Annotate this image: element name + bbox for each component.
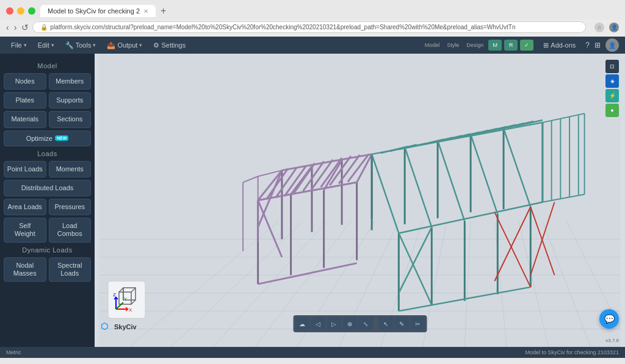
url-text: platform.skyciv.com/structural?preload_n… xyxy=(50,24,515,30)
distributed-loads-button[interactable]: Distributed Loads xyxy=(4,180,91,196)
load-combos-button[interactable]: LoadCombos xyxy=(49,218,92,242)
back-button[interactable]: ‹ xyxy=(6,23,9,32)
skyciv-text: SkyCiv xyxy=(114,323,137,330)
style-label: Style xyxy=(447,42,459,48)
optimize-row: Optimize NEW xyxy=(4,130,91,146)
viewport-pan-btn[interactable]: ◁ xyxy=(311,317,325,330)
address-bar: ‹ › ↺ 🔒 platform.skyciv.com/structural?p… xyxy=(0,20,625,37)
output-menu[interactable]: 📤 Output ▾ xyxy=(102,40,147,51)
viewport-toolbar: ☁ ◁ ▷ ⊕ ⤡ ↖ ✎ ✂ xyxy=(293,315,427,332)
status-right: Model to SkyCiv for checking 2103321 xyxy=(525,349,619,355)
close-button[interactable] xyxy=(6,7,13,15)
file-menu[interactable]: File ▾ xyxy=(6,40,32,50)
loads-section-title: Loads xyxy=(4,150,91,157)
bookmark-icon[interactable]: ☆ xyxy=(594,23,604,32)
viewport-zoom-btn[interactable]: ⊕ xyxy=(342,317,357,330)
model-view-btn[interactable]: M xyxy=(488,40,502,51)
lock-icon: 🔒 xyxy=(40,24,48,30)
tools-label: Tools xyxy=(76,41,92,49)
new-badge: NEW xyxy=(55,135,68,141)
materials-button[interactable]: Materials xyxy=(4,111,46,127)
app: File ▾ Edit ▾ 🔧 Tools ▾ 📤 Output ▾ ⚙ Set… xyxy=(0,37,625,358)
tab-title: Model to SkyCiv for checking 2 xyxy=(48,7,140,15)
viewport-edit-btn[interactable]: ✎ xyxy=(394,317,409,330)
view-labels: Model Style Design xyxy=(425,42,484,48)
viewport-rotate-btn[interactable]: ▷ xyxy=(327,317,341,330)
sections-button[interactable]: Sections xyxy=(49,111,92,127)
status-bar: Metric Model to SkyCiv for checking 2103… xyxy=(0,347,625,358)
mini-tools-panel: ⊡ ◈ ⚡ ● xyxy=(605,60,619,117)
optimize-label: Optimize xyxy=(26,135,52,142)
tools-icon: 🔧 xyxy=(65,41,74,49)
sidebar: Model Nodes Members Plates Supports Mate… xyxy=(0,54,95,347)
main-content: Model Nodes Members Plates Supports Mate… xyxy=(0,54,625,347)
tab-bar: Model to SkyCiv for checking 2 ✕ + xyxy=(40,5,619,17)
skyciv-icon: ⬡ xyxy=(101,321,112,332)
nodes-button[interactable]: Nodes xyxy=(4,73,46,90)
file-label: File xyxy=(11,41,22,49)
mini-tool-2[interactable]: ◈ xyxy=(605,74,619,88)
skyciv-logo: ⬡ SkyCiv xyxy=(101,321,137,332)
minimize-button[interactable] xyxy=(17,7,24,15)
refresh-button[interactable]: ↺ xyxy=(21,23,29,32)
pressures-button[interactable]: Pressures xyxy=(49,199,92,215)
supports-button[interactable]: Supports xyxy=(49,92,92,109)
viewport-fit-btn[interactable]: ⤡ xyxy=(358,317,373,330)
version-tag: v3.7.6 xyxy=(605,338,619,343)
addons-label: Add-ons xyxy=(551,41,576,49)
new-tab-button[interactable]: + xyxy=(158,5,168,16)
addons-menu[interactable]: ⊞ Add-ons xyxy=(538,40,580,51)
mini-tool-4[interactable]: ● xyxy=(605,104,619,117)
nodal-masses-button[interactable]: NodalMasses xyxy=(4,257,46,282)
forward-button[interactable]: › xyxy=(14,23,17,32)
dynamic-loads-section-title: Dynamic Loads xyxy=(4,246,91,254)
viewport-cut-btn[interactable]: ✂ xyxy=(410,317,425,330)
profile-icon[interactable]: 👤 xyxy=(609,23,619,32)
chat-bubble[interactable]: 💬 xyxy=(599,309,619,329)
render-view-btn[interactable]: R xyxy=(504,40,518,51)
settings-icon: ⚙ xyxy=(153,41,159,49)
members-button[interactable]: Members xyxy=(49,73,92,90)
tools-menu[interactable]: 🔧 Tools ▾ xyxy=(60,40,101,51)
model-label: Model xyxy=(425,42,440,48)
viewport-svg xyxy=(95,54,625,347)
edit-menu[interactable]: Edit ▾ xyxy=(33,40,59,50)
mini-tool-1[interactable]: ⊡ xyxy=(605,60,619,73)
file-dropdown-icon: ▾ xyxy=(24,42,27,48)
unit-label: Metric xyxy=(6,349,21,355)
optimize-button[interactable]: Optimize NEW xyxy=(4,130,91,146)
app-toolbar: File ▾ Edit ▾ 🔧 Tools ▾ 📤 Output ▾ ⚙ Set… xyxy=(0,37,625,54)
dynamic-buttons-grid: NodalMasses SpectralLoads xyxy=(4,257,91,282)
maximize-button[interactable] xyxy=(28,7,35,15)
active-tab[interactable]: Model to SkyCiv for checking 2 ✕ xyxy=(40,5,156,17)
green-view-btn[interactable]: ✓ xyxy=(520,40,533,51)
viewport-camera-btn[interactable]: ☁ xyxy=(295,317,309,330)
view-controls: M R ✓ xyxy=(488,40,533,51)
self-weight-button[interactable]: SelfWeight xyxy=(4,218,46,242)
browser-chrome: Model to SkyCiv for checking 2 ✕ + ‹ › ↺… xyxy=(0,0,625,37)
plates-button[interactable]: Plates xyxy=(4,92,46,109)
url-field[interactable]: 🔒 platform.skyciv.com/structural?preload… xyxy=(32,21,586,33)
output-icon: 📤 xyxy=(107,41,115,49)
addons-grid-icon: ⊞ xyxy=(543,41,549,49)
moments-button[interactable]: Moments xyxy=(49,161,92,177)
model-section-title: Model xyxy=(4,62,91,70)
svg-text:Z: Z xyxy=(113,292,116,298)
point-loads-button[interactable]: Point Loads xyxy=(4,161,46,177)
output-label: Output xyxy=(117,41,137,49)
area-loads-button[interactable]: Area Loads xyxy=(4,199,46,215)
spectral-loads-button[interactable]: SpectralLoads xyxy=(49,257,92,282)
edit-dropdown-icon: ▾ xyxy=(51,42,54,48)
edit-label: Edit xyxy=(38,41,49,49)
model-buttons-grid: Nodes Members Plates Supports Materials … xyxy=(4,73,91,128)
toolbar-right: Model Style Design M R ✓ ⊞ Add-ons ? ⊞ 👤 xyxy=(425,38,619,52)
traffic-lights xyxy=(6,7,35,15)
mini-tool-3[interactable]: ⚡ xyxy=(605,89,619,102)
grid-button[interactable]: ⊞ xyxy=(594,41,601,49)
help-button[interactable]: ? xyxy=(585,41,590,49)
tab-close-icon[interactable]: ✕ xyxy=(143,8,148,15)
viewport[interactable]: ⊡ ◈ ⚡ ● xyxy=(95,54,625,347)
viewport-select-btn[interactable]: ↖ xyxy=(378,317,393,330)
user-avatar[interactable]: 👤 xyxy=(605,38,619,52)
settings-menu[interactable]: ⚙ Settings xyxy=(148,40,190,51)
